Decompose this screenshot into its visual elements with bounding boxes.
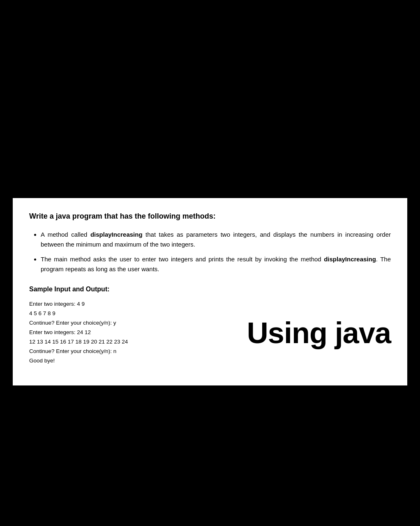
sample-heading: Sample Input and Output: [29, 286, 391, 293]
bullet-1-bold: displayIncreasing [90, 231, 143, 238]
content-card: Write a java program that has the follow… [13, 198, 407, 385]
bullet-2-bold: displayIncreasing [324, 256, 376, 263]
bullet-item-2: The main method asks the user to enter t… [41, 254, 391, 274]
output-line-3: Continue? Enter your choice(y/n): y [29, 318, 128, 328]
sample-content-row: Enter two integers: 4 9 4 5 6 7 8 9 Cont… [29, 300, 391, 366]
watermark-text: Using java [128, 316, 391, 350]
output-line-5: 12 13 14 15 16 17 18 19 20 21 22 23 24 [29, 337, 128, 347]
output-line-7: Good bye! [29, 356, 128, 366]
black-top-bar [0, 38, 420, 198]
output-line-1: Enter two integers: 4 9 [29, 300, 128, 309]
output-line-4: Enter two integers: 24 12 [29, 328, 128, 337]
bullet-list: A method called displayIncreasing that t… [29, 230, 391, 274]
sample-output: Enter two integers: 4 9 4 5 6 7 8 9 Cont… [29, 300, 128, 366]
output-line-6: Continue? Enter your choice(y/n): n [29, 347, 128, 356]
bullet-2-text-before: The main method asks the user to enter t… [41, 256, 324, 263]
output-line-2: 4 5 6 7 8 9 [29, 309, 128, 318]
bullet-item-1: A method called displayIncreasing that t… [41, 230, 391, 249]
bullet-1-text-before: A method called [41, 231, 90, 238]
black-bottom-bar [0, 385, 420, 488]
main-heading: Write a java program that has the follow… [29, 211, 391, 221]
